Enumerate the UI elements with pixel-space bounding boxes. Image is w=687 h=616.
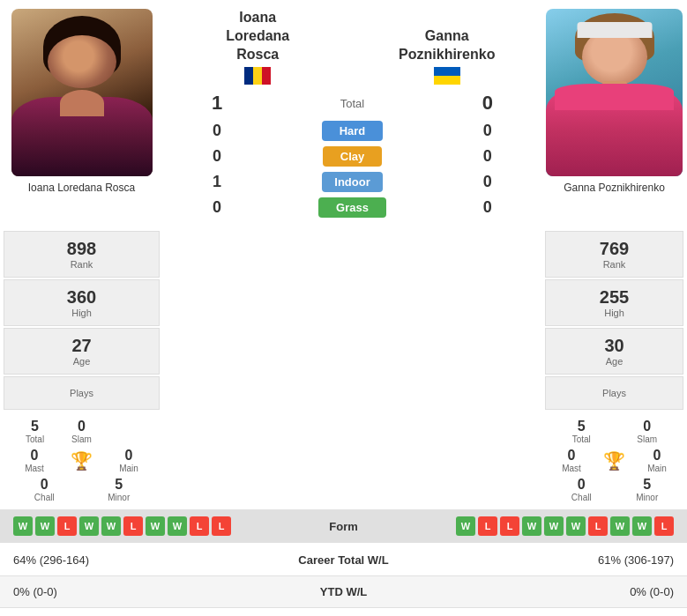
left-mast-lbl: Mast bbox=[7, 464, 62, 473]
total-score-left: 1 bbox=[172, 92, 262, 115]
right-age-value: 30 bbox=[553, 336, 676, 356]
left-slam-lbl: Slam bbox=[71, 434, 92, 444]
stats-row-right-1: 0% (0-0) bbox=[432, 585, 675, 598]
right-player-photo-panel: Ganna Poznikhirenko bbox=[541, 9, 687, 194]
hard-score-left: 0 bbox=[172, 122, 262, 140]
left-total-val: 5 bbox=[7, 419, 63, 434]
form-badge-left-0[interactable]: W bbox=[13, 516, 33, 536]
left-age-label: Age bbox=[11, 356, 152, 367]
right-age-box: 30 Age bbox=[545, 328, 683, 375]
mini-stats-center-spacer bbox=[163, 415, 541, 506]
right-age-label: Age bbox=[553, 356, 676, 367]
form-badge-right-6[interactable]: L bbox=[588, 516, 608, 536]
indoor-row: 1 Indoor 0 bbox=[163, 169, 541, 195]
left-age-box: 27 Age bbox=[4, 328, 160, 375]
form-badge-left-6[interactable]: W bbox=[146, 516, 165, 536]
stats-row-left-0: 64% (296-164) bbox=[13, 553, 256, 567]
left-minor-val: 5 bbox=[82, 477, 157, 493]
left-flag bbox=[172, 67, 344, 85]
right-total-val: 5 bbox=[549, 419, 615, 434]
form-badge-left-7[interactable]: W bbox=[168, 516, 187, 536]
right-main-lbl: Main bbox=[634, 464, 680, 473]
total-score-right: 0 bbox=[443, 92, 533, 115]
form-section: WWLWWLWWLL Form WLLWWWLWWL bbox=[0, 509, 687, 543]
clay-btn[interactable]: Clay bbox=[262, 146, 443, 167]
center-spacer bbox=[163, 229, 541, 412]
indoor-score-right: 0 bbox=[443, 173, 533, 191]
right-player-name-below: Ganna Poznikhirenko bbox=[564, 182, 665, 194]
form-badge-right-2[interactable]: L bbox=[500, 516, 519, 536]
right-plays-box: Plays bbox=[545, 376, 683, 410]
stats-row-right-0: 61% (306-197) bbox=[432, 553, 675, 567]
stats-table: 64% (296-164)Career Total W/L61% (306-19… bbox=[0, 545, 687, 616]
left-plays-box: Plays bbox=[4, 376, 160, 410]
indoor-btn[interactable]: Indoor bbox=[262, 172, 443, 192]
center-comparison: Ioana Loredana Rosca Ganna bbox=[163, 9, 541, 220]
form-badge-right-3[interactable]: W bbox=[522, 516, 541, 536]
hard-row: 0 Hard 0 bbox=[163, 118, 541, 144]
mini-stats-section: 5 Total 0 Slam 0 Mast 🏆 0 Main bbox=[0, 415, 687, 506]
form-badge-right-4[interactable]: W bbox=[544, 516, 564, 536]
left-slam-val: 0 bbox=[71, 419, 92, 434]
clay-score-left: 0 bbox=[172, 147, 262, 166]
stats-row-left-1: 0% (0-0) bbox=[13, 585, 256, 598]
right-player-photo bbox=[546, 9, 683, 176]
form-badge-left-4[interactable]: W bbox=[101, 516, 121, 536]
form-badge-right-5[interactable]: W bbox=[566, 516, 586, 536]
left-player-name-below: Ioana Loredana Rosca bbox=[28, 182, 135, 194]
right-player-name: Ganna Poznikhirenko bbox=[362, 27, 534, 64]
form-label: Form bbox=[300, 520, 388, 533]
stats-row-label-0: Career Total W/L bbox=[256, 553, 432, 567]
right-rank-value: 769 bbox=[553, 239, 676, 259]
right-minor-val: 5 bbox=[615, 477, 681, 493]
grass-row: 0 Grass 0 bbox=[163, 195, 541, 220]
clay-score-right: 0 bbox=[443, 147, 533, 166]
form-badge-right-9[interactable]: L bbox=[654, 516, 674, 536]
right-total-lbl: Total bbox=[549, 434, 615, 444]
hard-score-right: 0 bbox=[443, 122, 533, 140]
left-total-lbl: Total bbox=[7, 434, 63, 444]
form-badge-left-2[interactable]: L bbox=[57, 516, 77, 536]
stats-table-row: $0Career Prize Money$823 bbox=[0, 608, 687, 616]
left-main-val: 0 bbox=[101, 448, 156, 464]
form-badge-left-9[interactable]: L bbox=[212, 516, 231, 536]
form-badge-right-0[interactable]: W bbox=[456, 516, 475, 536]
right-stats-boxes: 769 Rank 255 High 30 Age Plays bbox=[541, 229, 687, 412]
left-rank-label: Rank bbox=[11, 259, 152, 270]
right-form-badges: WLLWWWLWWL bbox=[388, 516, 675, 536]
form-badge-right-8[interactable]: W bbox=[632, 516, 652, 536]
right-chall-val: 0 bbox=[549, 477, 615, 493]
left-rank-box: 898 Rank bbox=[4, 231, 160, 278]
left-high-label: High bbox=[11, 308, 152, 318]
total-score-row: 1 Total 0 bbox=[163, 88, 541, 118]
right-plays-label: Plays bbox=[553, 384, 676, 402]
left-player-photo bbox=[11, 9, 153, 176]
hard-btn[interactable]: Hard bbox=[262, 121, 443, 141]
form-badge-left-1[interactable]: W bbox=[35, 516, 55, 536]
left-player-photo-panel: Ioana Loredana Rosca bbox=[0, 9, 163, 194]
left-stats-boxes: 898 Rank 360 High 27 Age Plays bbox=[0, 229, 163, 412]
right-trophy-icon: 🏆 bbox=[603, 451, 625, 471]
right-high-box: 255 High bbox=[545, 279, 683, 326]
right-rank-box: 769 Rank bbox=[545, 231, 683, 278]
right-minor-lbl: Minor bbox=[615, 493, 681, 502]
stats-table-row: 0% (0-0)YTD W/L0% (0-0) bbox=[0, 576, 687, 608]
form-badge-left-8[interactable]: L bbox=[190, 516, 209, 536]
form-badge-right-7[interactable]: W bbox=[610, 516, 630, 536]
form-badge-left-5[interactable]: L bbox=[123, 516, 143, 536]
right-flag bbox=[362, 67, 534, 85]
stats-row-label-1: YTD W/L bbox=[256, 585, 432, 598]
stats-table-row: 64% (296-164)Career Total W/L61% (306-19… bbox=[0, 545, 687, 576]
left-minor-lbl: Minor bbox=[82, 493, 157, 502]
right-high-value: 255 bbox=[553, 287, 676, 308]
left-trophy-icon: 🏆 bbox=[71, 451, 93, 471]
grass-score-right: 0 bbox=[443, 198, 533, 217]
total-label: Total bbox=[262, 97, 443, 110]
form-badge-left-3[interactable]: W bbox=[79, 516, 99, 536]
right-high-label: High bbox=[553, 308, 676, 318]
left-player-name: Ioana Loredana Rosca bbox=[172, 9, 344, 63]
left-high-box: 360 High bbox=[4, 279, 160, 326]
grass-btn[interactable]: Grass bbox=[262, 197, 443, 218]
form-badge-right-1[interactable]: L bbox=[478, 516, 497, 536]
right-mast-lbl: Mast bbox=[549, 464, 594, 473]
